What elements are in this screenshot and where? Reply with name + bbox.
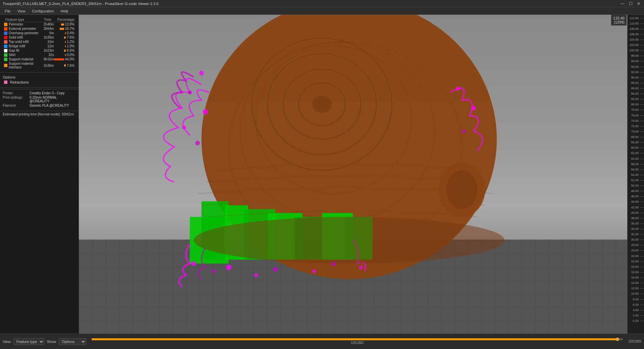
ruler-label-12: 88.00 (631, 81, 639, 85)
feature-row-2: Overhang perimeter 5m 0.4% (3, 31, 76, 35)
view-select[interactable]: Feature type Height Speed Fan speed Laye… (13, 338, 44, 345)
feature-time-8: 9h10m (39, 57, 54, 61)
layer-slider-thumb[interactable] (616, 338, 619, 341)
feature-name-cell-0: Perimeter (3, 22, 39, 27)
minimize-button[interactable]: — (620, 1, 625, 6)
layer-slider-track[interactable] (92, 338, 623, 340)
pct-bar-6 (64, 50, 66, 52)
feature-color-0 (4, 23, 7, 26)
feature-pct-1: 18.7% (54, 27, 76, 31)
ruler-tick-12 (640, 83, 644, 83)
ruler-label-28: 56.00 (631, 168, 639, 171)
model-container (79, 15, 627, 334)
feature-name-2: Overhang perimeter (9, 31, 39, 35)
view-label: View (3, 340, 11, 344)
ruler-label-42: 28.00 (631, 243, 639, 247)
menu-view[interactable]: View (14, 8, 29, 14)
feature-row-1: External perimeter 3h54m 18.7% (3, 27, 76, 31)
ruler-tick-47 (640, 272, 644, 272)
retraction-label: Retractions (10, 80, 29, 84)
svg-point-12 (203, 109, 208, 115)
viewport[interactable] (79, 15, 627, 334)
filament-value: Generic PLA @CREALITY (30, 104, 69, 107)
ruler-tick-35 (640, 207, 644, 208)
feature-name-5: Bridge infill (9, 44, 25, 48)
ruler-tick-43 (640, 250, 644, 251)
ruler-label-40: 32.00 (631, 233, 639, 236)
feature-time-9: 1h36m (39, 61, 54, 69)
ruler-label-49: 14.00 (631, 281, 639, 285)
pct-value-7: 0.0% (67, 53, 74, 57)
feature-pct-2: 0.4% (54, 31, 76, 35)
feature-pct-7: 0.0% (54, 53, 76, 57)
ruler-tick-37 (640, 218, 644, 218)
feature-row-4: Top solid infill 15m 1.2% (3, 40, 76, 44)
ruler-label-47: 18.00 (631, 270, 639, 274)
menu-file[interactable]: File (1, 8, 14, 14)
ruler-label-27: 58.00 (631, 162, 639, 166)
ruler-label-7: 98.00 (631, 54, 639, 57)
filament-label: Filament: (3, 104, 30, 107)
ruler-tick-19 (640, 121, 644, 121)
ruler-label-17: 78.00 (631, 108, 639, 111)
feature-time-3: 1h35m (39, 35, 54, 40)
ruler-label-32: 48.00 (631, 189, 639, 193)
print-settings-label: Print settings: (3, 96, 30, 103)
titlebar-title: TrooperHD_FULLHELMET_0.2mm_PLA_ENDER3_20… (3, 2, 159, 6)
feature-name-1: External perimeter (9, 27, 36, 31)
ruler-tick-0 (640, 18, 644, 18)
pct-value-4: 1.2% (67, 40, 74, 44)
feature-color-3 (4, 36, 7, 39)
ruler-label-13: 86.00 (631, 87, 639, 90)
ruler-label-8: 96.00 (631, 59, 639, 63)
feature-row-6: Gap fill 1h23m 6.6% (3, 48, 76, 53)
ruler-tick-46 (640, 267, 644, 267)
pct-bar-8 (54, 58, 64, 60)
menu-configuration[interactable]: Configuration (29, 8, 57, 14)
pct-bar-0 (61, 23, 64, 26)
show-select[interactable]: Options Color Print Ranges (59, 338, 86, 345)
ruler-tick-24 (640, 148, 644, 148)
ruler-tick-20 (640, 126, 644, 127)
print-settings-row: Print settings: 0.20mm NORMAL @CREALITY (3, 96, 76, 103)
ruler-tick-7 (640, 56, 644, 56)
layer-number: 1051882 (92, 341, 623, 345)
info-section: Printer: Creality Ender-3 - Copy Print s… (0, 89, 78, 110)
ruler-label-1: 110.00 (629, 22, 639, 25)
pct-bar-9 (64, 64, 66, 66)
col-feature: Feature type (3, 17, 39, 22)
ruler-tick-2 (640, 29, 644, 29)
svg-point-28 (226, 265, 231, 270)
ruler-tick-33 (640, 196, 644, 197)
ruler-tick-10 (640, 72, 644, 72)
menubar: File View Configuration Help (0, 7, 644, 15)
feature-name-9: Support material interface (9, 62, 39, 69)
pct-bar-7 (65, 54, 66, 56)
svg-point-16 (471, 106, 476, 110)
ruler-tick-9 (640, 67, 644, 67)
ruler-tick-13 (640, 88, 644, 89)
feature-name-cell-1: External perimeter (3, 27, 39, 31)
ruler-label-24: 64.00 (631, 146, 639, 149)
feature-row-3: Solid infill 1h35m 7.6% (3, 35, 76, 40)
ruler-tick-49 (640, 283, 644, 283)
feature-time-1: 3h54m (39, 27, 54, 31)
pct-bar-1 (60, 28, 64, 30)
ruler-tick-17 (640, 110, 644, 110)
ruler-tick-5 (640, 45, 644, 45)
close-button[interactable]: ✕ (636, 1, 641, 6)
ruler-tick-42 (640, 245, 644, 245)
ruler-label-20: 72.00 (631, 124, 639, 128)
ruler-tick-29 (640, 175, 644, 175)
retraction-color (4, 81, 7, 84)
maximize-button[interactable]: ☐ (628, 1, 633, 6)
printer-label: Printer: (3, 91, 30, 95)
options-section: Options Retractions (0, 74, 78, 86)
svg-point-13 (182, 126, 186, 130)
ruler-label-25: 62.00 (631, 151, 639, 155)
menu-help[interactable]: Help (57, 8, 72, 14)
feature-color-2 (4, 32, 7, 35)
svg-point-6 (312, 96, 332, 113)
feature-color-1 (4, 27, 7, 31)
bottom-bar: View Feature type Height Speed Fan speed… (0, 334, 644, 349)
